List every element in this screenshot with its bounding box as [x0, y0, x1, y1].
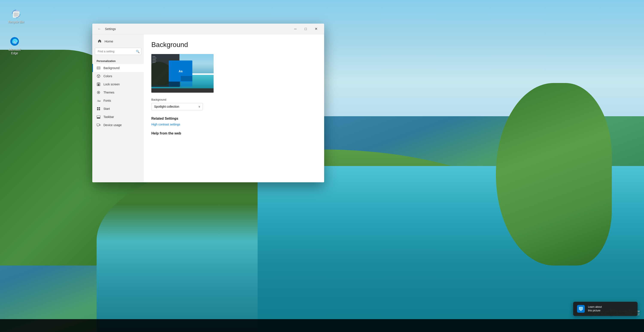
- maximize-icon: □: [304, 27, 307, 31]
- recycle-bin-label: Recycle Bin: [8, 20, 24, 23]
- help-title: Help from the web: [151, 131, 317, 135]
- preview-line-2: [152, 58, 156, 58]
- fonts-label: Fonts: [104, 99, 111, 102]
- themes-label: Themes: [104, 91, 114, 94]
- preview-tile-2: [181, 76, 192, 81]
- search-box: 🔍: [95, 48, 141, 55]
- svg-rect-23: [97, 124, 100, 126]
- fonts-icon: Aa: [96, 99, 100, 102]
- colors-icon: [96, 74, 100, 78]
- home-label: Home: [104, 39, 113, 43]
- help-section: Help from the web: [151, 131, 317, 135]
- svg-rect-18: [99, 107, 100, 108]
- notification-line2: this picture: [588, 309, 600, 312]
- sidebar-item-themes[interactable]: Themes: [92, 88, 144, 96]
- preview-tile-4: [181, 81, 192, 87]
- background-section-label: Background: [151, 98, 317, 101]
- desktop: Recycle Bin Microsoft Edge ← Settings ─: [0, 0, 644, 332]
- maximize-button[interactable]: □: [301, 25, 310, 33]
- themes-icon: [96, 90, 100, 94]
- svg-rect-24: [100, 124, 100, 126]
- back-button[interactable]: ←: [96, 25, 103, 33]
- edge-icon[interactable]: Microsoft Edge: [4, 34, 25, 57]
- settings-window: ← Settings ─ □ ✕: [92, 23, 324, 182]
- background-label: Background: [104, 66, 120, 70]
- recycle-bin-icon[interactable]: Recycle Bin: [6, 6, 26, 25]
- svg-rect-13: [98, 84, 100, 86]
- window-content: Home 🔍 Personalization: [92, 34, 324, 182]
- colors-label: Colors: [104, 74, 112, 78]
- close-icon: ✕: [315, 27, 318, 31]
- island-right: [496, 83, 612, 266]
- high-contrast-link[interactable]: High contrast settings: [151, 123, 317, 126]
- svg-rect-17: [97, 107, 98, 108]
- minimize-button[interactable]: ─: [290, 25, 300, 33]
- search-input[interactable]: [95, 48, 141, 55]
- start-icon: [96, 107, 100, 111]
- start-label: Start: [104, 107, 110, 110]
- related-settings-section: Related Settings High contrast settings: [151, 117, 317, 126]
- svg-rect-27: [580, 310, 582, 311]
- edge-icon-image: [9, 36, 20, 47]
- svg-rect-19: [97, 109, 98, 110]
- search-icon: 🔍: [136, 50, 140, 53]
- svg-rect-9: [97, 67, 100, 69]
- svg-point-15: [98, 92, 99, 93]
- sidebar-item-taskbar[interactable]: Taskbar: [92, 113, 144, 121]
- svg-rect-28: [580, 311, 582, 311]
- preview-taskbar: [151, 88, 214, 93]
- background-preview: Aa: [151, 54, 214, 93]
- window-title: Settings: [105, 27, 290, 31]
- background-icon: [96, 66, 100, 70]
- device-usage-icon: [96, 123, 100, 127]
- sidebar-item-fonts[interactable]: Aa Fonts: [92, 96, 144, 105]
- svg-text:Aa: Aa: [97, 99, 100, 102]
- svg-rect-20: [99, 109, 100, 110]
- taskbar-icon: [96, 115, 100, 119]
- sidebar-item-lock-screen[interactable]: Lock screen: [92, 80, 144, 88]
- notification-card[interactable]: Learn about this picture: [573, 302, 638, 316]
- svg-rect-26: [579, 307, 582, 310]
- svg-point-11: [98, 76, 99, 76]
- svg-rect-0: [13, 11, 19, 17]
- page-title: Background: [151, 41, 317, 49]
- lock-screen-label: Lock screen: [104, 83, 120, 86]
- device-usage-label: Device usage: [104, 123, 122, 127]
- preview-line-3: [152, 59, 156, 60]
- sidebar-item-start[interactable]: Start: [92, 105, 144, 113]
- background-dropdown-wrapper: Spotlight collection Picture Slideshow S…: [151, 103, 203, 110]
- main-content: Background: [144, 34, 324, 182]
- taskbar: [0, 319, 644, 332]
- home-icon: [98, 39, 102, 43]
- sidebar-item-colors[interactable]: Colors: [92, 72, 144, 80]
- window-controls: ─ □ ✕: [290, 25, 321, 33]
- minimize-icon: ─: [294, 27, 296, 31]
- preview-desktop: Aa: [151, 54, 214, 93]
- related-settings-title: Related Settings: [151, 117, 317, 120]
- preview-tiles: [169, 76, 192, 87]
- svg-rect-21: [97, 117, 100, 119]
- sidebar-item-device-usage[interactable]: Device usage: [92, 121, 144, 129]
- background-dropdown[interactable]: Spotlight collection Picture Slideshow S…: [151, 103, 203, 110]
- title-bar: ← Settings ─ □ ✕: [92, 23, 324, 34]
- preview-tile-1: [169, 76, 180, 81]
- recycle-bin-image: [11, 8, 22, 19]
- preview-line-1: [152, 56, 156, 57]
- notification-line1: Learn about: [588, 306, 602, 309]
- svg-rect-22: [97, 116, 100, 117]
- back-icon: ←: [98, 27, 101, 31]
- lock-screen-icon: [96, 82, 100, 86]
- preview-line-5: [152, 62, 156, 63]
- edge-icon-label: Microsoft Edge: [6, 48, 23, 55]
- notification-text: Learn about this picture: [588, 305, 602, 313]
- notification-icon: [577, 305, 585, 313]
- preview-sidebar-lines: [152, 56, 157, 63]
- preview-tile-3: [169, 81, 180, 87]
- sidebar-item-background[interactable]: Background: [92, 64, 144, 72]
- preview-line-4: [152, 61, 156, 61]
- sidebar-item-home[interactable]: Home: [94, 37, 143, 46]
- taskbar-label: Taskbar: [104, 115, 114, 119]
- close-button[interactable]: ✕: [311, 25, 321, 33]
- sidebar: Home 🔍 Personalization: [92, 34, 144, 182]
- sidebar-section-label: Personalization: [92, 57, 144, 64]
